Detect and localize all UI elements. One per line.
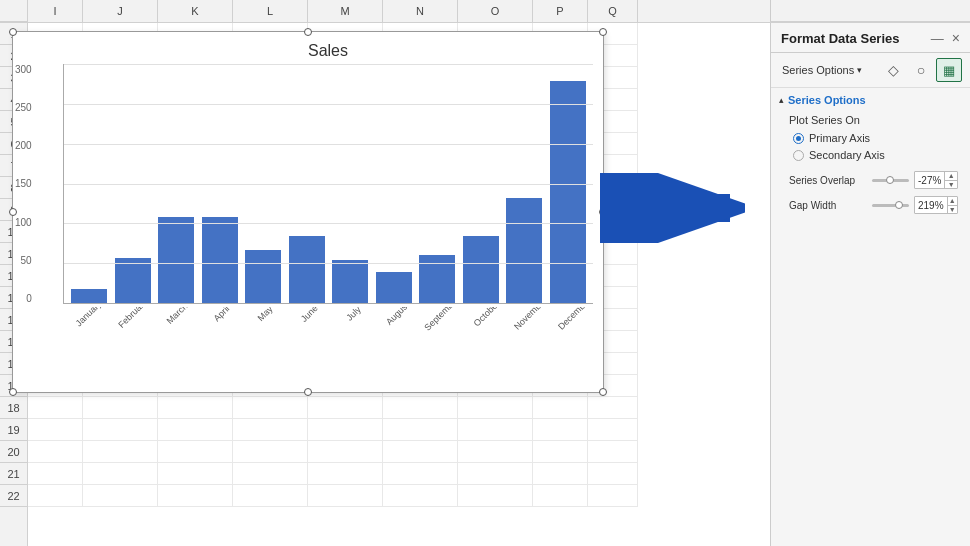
cell[interactable] [28,441,83,463]
cell[interactable] [28,485,83,507]
cell[interactable] [588,419,638,441]
section-header[interactable]: ▴ Series Options [771,88,970,112]
handle-bm[interactable] [304,388,312,396]
bar [550,81,586,303]
cell[interactable] [233,463,308,485]
cell[interactable] [28,419,83,441]
col-header-n: N [383,0,458,22]
handle-bl[interactable] [9,388,17,396]
cell[interactable] [158,397,233,419]
cell[interactable] [533,419,588,441]
handle-tm[interactable] [304,28,312,36]
cell[interactable] [158,441,233,463]
cell[interactable] [308,419,383,441]
cell[interactable] [28,397,83,419]
x-label-text: January [74,307,104,328]
cell[interactable] [383,485,458,507]
gap-width-down[interactable]: ▼ [948,206,957,214]
cell[interactable] [458,441,533,463]
cell[interactable] [458,397,533,419]
fill-icon-button[interactable]: ◇ [880,58,906,82]
primary-axis-radio-dot [793,133,804,144]
series-options-dropdown[interactable]: Series Options ▾ [779,62,865,78]
y-label-300: 300 [15,64,32,75]
gap-width-value-box[interactable]: 219% ▲ ▼ [914,196,958,214]
col-header-l: L [233,0,308,22]
cell[interactable] [158,419,233,441]
cell[interactable] [233,485,308,507]
y-label-200: 200 [15,140,32,151]
row-header: 19 [0,419,27,441]
primary-axis-radio[interactable]: Primary Axis [789,132,958,144]
cell[interactable] [158,485,233,507]
series-overlap-label: Series Overlap [789,175,867,186]
chart-container[interactable]: Sales 300 250 200 150 100 50 0 [12,31,604,393]
handle-tl[interactable] [9,28,17,36]
cell[interactable] [83,419,158,441]
cell[interactable] [588,485,638,507]
cell[interactable] [383,397,458,419]
secondary-axis-radio-dot [793,150,804,161]
series-options-section: ▴ Series Options Plot Series On Primary … [771,88,970,224]
cell[interactable] [458,419,533,441]
row-header: 21 [0,463,27,485]
gap-width-up[interactable]: ▲ [948,197,957,206]
cell[interactable] [533,397,588,419]
cell[interactable] [83,397,158,419]
cell[interactable] [308,397,383,419]
gap-width-track[interactable] [872,204,909,207]
cell[interactable] [83,485,158,507]
cell[interactable] [233,441,308,463]
handle-tr[interactable] [599,28,607,36]
panel-pin-button[interactable]: — [929,31,946,46]
gap-width-thumb[interactable] [895,201,903,209]
cell[interactable] [533,485,588,507]
cell[interactable] [588,397,638,419]
series-overlap-value-box[interactable]: -27% ▲ ▼ [914,171,958,189]
cell[interactable] [383,463,458,485]
cell[interactable] [458,485,533,507]
cell[interactable] [383,419,458,441]
cell[interactable] [588,463,638,485]
cell[interactable] [28,463,83,485]
grid-row [28,485,770,507]
cell[interactable] [233,397,308,419]
cell[interactable] [533,441,588,463]
y-label-0: 0 [26,293,32,304]
cell[interactable] [83,441,158,463]
panel-close-button[interactable]: × [950,30,962,46]
series-overlap-track[interactable] [872,179,909,182]
gap-width-value: 219% [915,200,947,211]
bar [71,289,107,303]
cell[interactable] [383,441,458,463]
handle-ml[interactable] [9,208,17,216]
effects-icon-button[interactable]: ○ [908,58,934,82]
row-header: 18 [0,397,27,419]
series-overlap-down[interactable]: ▼ [945,181,957,189]
cell[interactable] [308,485,383,507]
secondary-axis-radio[interactable]: Secondary Axis [789,149,958,161]
series-overlap-up[interactable]: ▲ [945,172,957,181]
col-header-i: I [28,0,83,22]
x-label-text: March [165,307,190,326]
handle-br[interactable] [599,388,607,396]
y-label-150: 150 [15,178,32,189]
cell[interactable] [308,463,383,485]
cell[interactable] [308,441,383,463]
cell[interactable] [158,463,233,485]
y-label-100: 100 [15,217,32,228]
series-options-icon-button[interactable]: ▦ [936,58,962,82]
format-panel: Format Data Series — × Series Options ▾ … [770,23,970,546]
cell[interactable] [83,463,158,485]
panel-title: Format Data Series [781,31,900,46]
series-overlap-thumb[interactable] [886,176,894,184]
series-overlap-value: -27% [915,175,944,186]
gap-width-row: Gap Width 219% ▲ ▼ [789,196,958,214]
cell[interactable] [233,419,308,441]
cell[interactable] [458,463,533,485]
x-label-item: March [151,307,195,372]
cell[interactable] [588,441,638,463]
series-options-label: Series Options [782,64,854,76]
cell[interactable] [533,463,588,485]
chart-title: Sales [63,42,593,60]
